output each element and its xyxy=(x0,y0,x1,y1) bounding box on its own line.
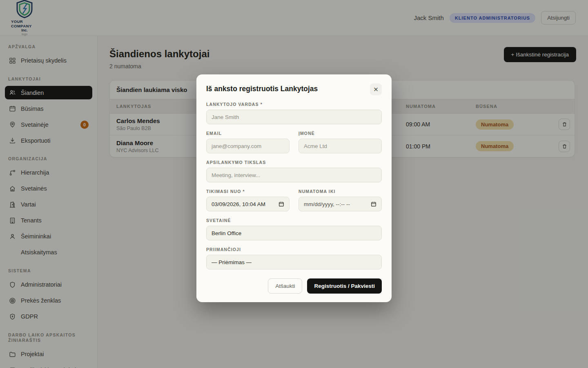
expected-until-label: NUMATOMA IKI xyxy=(298,189,382,194)
cancel-button[interactable]: Atšaukti xyxy=(268,278,302,294)
company-field[interactable] xyxy=(298,139,382,153)
email-label: EMAIL xyxy=(206,131,290,136)
calendar-icon xyxy=(371,201,376,207)
expected-from-input[interactable]: 03/09/2026, 10:04 AM xyxy=(206,197,290,211)
calendar-icon xyxy=(278,201,284,207)
host-select[interactable]: — Priėmimas — xyxy=(206,255,382,269)
visitor-name-label: LANKYTOJO VARDAS * xyxy=(206,102,382,107)
expected-until-input[interactable]: mm/dd/yyyy, --:-- -- xyxy=(298,197,382,211)
close-icon[interactable]: ✕ xyxy=(370,83,382,95)
company-label: ĮMONĖ xyxy=(298,131,382,136)
expected-from-label: TIKIMASI NUO * xyxy=(206,189,290,194)
site-label: SVETAINĖ xyxy=(206,218,382,223)
purpose-field[interactable] xyxy=(206,168,382,182)
visitor-name-field[interactable] xyxy=(206,110,382,124)
modal-title: Iš anksto registruotis Lankytojas xyxy=(206,83,318,93)
email-field[interactable] xyxy=(206,139,290,153)
host-label: PRIIMANČIOJI xyxy=(206,247,382,252)
purpose-label: APSILANKYMO TIKSLAS xyxy=(206,160,382,165)
preregister-modal: Iš anksto registruotis Lankytojas ✕ LANK… xyxy=(196,74,392,302)
site-select[interactable]: Berlin Office xyxy=(206,226,382,240)
submit-button[interactable]: Registruotis / Pakviesti xyxy=(307,278,382,294)
